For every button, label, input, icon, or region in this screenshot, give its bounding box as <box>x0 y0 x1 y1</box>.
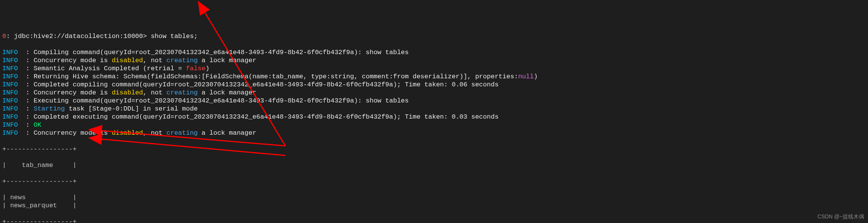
log-line: INFO : Completed compiling command(query… <box>2 81 866 89</box>
log-line: INFO : Concurrency mode is disabled, not… <box>2 129 866 137</box>
log-level: INFO <box>2 113 18 121</box>
log-line: INFO : Executing command(queryId=root_20… <box>2 97 866 105</box>
log-line: INFO : OK <box>2 121 866 129</box>
log-line: INFO : Compiling command(queryId=root_20… <box>2 48 866 56</box>
log-line: INFO : Semantic Analysis Completed (retr… <box>2 64 866 73</box>
log-level: INFO <box>2 105 18 112</box>
log-text: Completed executing command(queryId=root… <box>34 113 499 121</box>
log-level: INFO <box>2 49 18 56</box>
log-level: INFO <box>2 57 18 64</box>
log-line: INFO : Completed executing command(query… <box>2 113 866 121</box>
log-line: INFO : Concurrency mode is disabled, not… <box>2 56 866 64</box>
keyword: false <box>186 65 206 72</box>
table-body: | news || news_parquet | <box>2 193 866 210</box>
log-level: INFO <box>2 73 18 80</box>
keyword: creating <box>167 129 198 137</box>
keyword: Starting <box>34 105 65 112</box>
log-output: INFO : Compiling command(queryId=root_20… <box>2 48 866 137</box>
keyword: null <box>518 73 534 80</box>
keyword: disabled <box>112 89 143 96</box>
log-line: INFO : Concurrency mode is disabled, not… <box>2 89 866 97</box>
log-level: INFO <box>2 121 18 129</box>
log-level: INFO <box>2 89 18 96</box>
ok-status: OK <box>34 121 41 129</box>
log-level: INFO <box>2 129 18 137</box>
prompt-line: 0: jdbc:hive2://datacollection:10000> sh… <box>2 32 866 40</box>
table-border-top: +-----------------+ <box>2 145 866 153</box>
keyword: disabled <box>112 57 143 64</box>
log-line: INFO : Returning Hive schema: Schema(fie… <box>2 73 866 81</box>
table-border-bottom: +-----------------+ <box>2 218 866 223</box>
log-level: INFO <box>2 97 18 104</box>
log-text: Compiling command(queryId=root_202307041… <box>34 49 409 56</box>
keyword: creating <box>167 57 198 64</box>
table-header: | tab_name | <box>2 161 866 169</box>
prompt-number: 0 <box>2 33 6 40</box>
keyword: creating <box>167 89 198 96</box>
log-text: Completed compiling command(queryId=root… <box>34 81 499 88</box>
keyword: disabled <box>112 129 143 137</box>
table-row: | news_parquet | <box>2 202 866 210</box>
table-row: | news | <box>2 193 866 202</box>
log-level: INFO <box>2 81 18 88</box>
log-level: INFO <box>2 65 18 72</box>
log-text: Executing command(queryId=root_202307041… <box>34 97 409 104</box>
sql-command: show tables; <box>151 33 198 40</box>
log-line: INFO : Starting task [Stage-0:DDL] in se… <box>2 105 866 113</box>
table-border-mid: +-----------------+ <box>2 177 866 185</box>
watermark: CSDN @~提线木偶 <box>817 213 864 221</box>
